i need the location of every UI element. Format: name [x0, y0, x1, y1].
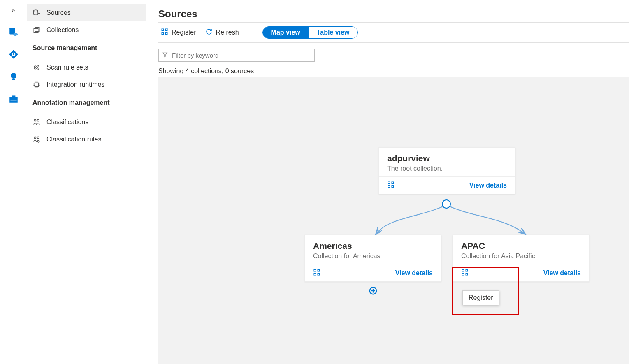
- integration-runtimes-icon: [32, 81, 41, 89]
- sidebar-item-classifications[interactable]: Classifications: [27, 114, 146, 131]
- collections-icon: [32, 26, 41, 34]
- svg-point-20: [37, 137, 39, 139]
- scan-rule-sets-icon: [32, 63, 41, 72]
- collection-card-americas[interactable]: Americas Collection for Americas View de…: [304, 235, 441, 282]
- sources-icon: [32, 9, 41, 17]
- sidebar-item-sources[interactable]: Sources: [27, 4, 146, 21]
- svg-point-6: [11, 73, 16, 79]
- svg-point-18: [37, 119, 39, 121]
- page-title: Sources: [158, 8, 629, 20]
- svg-point-2: [13, 33, 17, 36]
- sidebar-label-scan-rule-sets: Scan rule sets: [46, 64, 88, 71]
- sidebar-item-integration-runtimes[interactable]: Integration runtimes: [27, 76, 146, 93]
- sidebar-item-classification-rules[interactable]: Classification rules: [27, 131, 146, 148]
- filter-icon: [162, 52, 168, 59]
- sidebar-item-scan-rule-sets[interactable]: Scan rule sets: [27, 59, 146, 76]
- toggle-map-view[interactable]: Map view: [263, 27, 309, 38]
- filter-input-wrapper[interactable]: [158, 49, 315, 62]
- sidebar-label-collections: Collections: [46, 26, 79, 34]
- expand-toggle-icon[interactable]: [369, 286, 378, 295]
- refresh-icon: [205, 28, 213, 37]
- svg-rect-32: [318, 269, 320, 271]
- card-register-icon[interactable]: [387, 181, 395, 190]
- data-sources-rail-icon[interactable]: [8, 26, 19, 38]
- register-label: Register: [172, 29, 196, 36]
- filter-input[interactable]: [171, 51, 311, 59]
- main-content: Sources Register Refresh Map view Table …: [146, 0, 629, 364]
- svg-rect-27: [392, 182, 394, 184]
- svg-point-5: [12, 53, 14, 55]
- svg-rect-29: [392, 185, 394, 188]
- collapse-toggle-icon[interactable]: [442, 199, 451, 209]
- classification-rules-icon: [32, 135, 41, 144]
- refresh-label: Refresh: [216, 29, 239, 36]
- svg-rect-25: [165, 32, 167, 35]
- collection-card-root[interactable]: adpurview The root collection. View deta…: [378, 147, 515, 194]
- left-rail: »: [0, 0, 27, 364]
- sidebar-header-annotation-mgmt: Annotation management: [27, 93, 146, 111]
- insights-rail-icon[interactable]: [8, 71, 19, 82]
- view-details-link[interactable]: View details: [469, 182, 507, 189]
- card-title: adpurview: [387, 153, 507, 163]
- svg-rect-33: [314, 273, 316, 275]
- toggle-table-view[interactable]: Table view: [309, 27, 358, 38]
- expand-rail-icon[interactable]: »: [8, 4, 19, 16]
- svg-rect-9: [12, 95, 15, 97]
- view-details-link[interactable]: View details: [543, 269, 581, 277]
- svg-rect-16: [35, 83, 39, 87]
- catalog-rail-icon[interactable]: [8, 49, 19, 60]
- card-register-icon[interactable]: [313, 269, 320, 277]
- sidebar: Sources Collections Source management Sc…: [27, 0, 146, 364]
- svg-point-19: [34, 137, 36, 139]
- register-tooltip: Register: [462, 290, 499, 305]
- svg-rect-13: [35, 27, 39, 32]
- card-title: APAC: [461, 241, 581, 251]
- card-description: The root collection.: [387, 165, 507, 172]
- register-button[interactable]: Register: [161, 28, 196, 37]
- toolbar-divider: [251, 27, 251, 38]
- svg-rect-26: [388, 182, 390, 184]
- sidebar-label-classification-rules: Classification rules: [46, 136, 101, 143]
- svg-point-15: [36, 67, 38, 69]
- sidebar-label-sources: Sources: [46, 9, 71, 16]
- svg-point-21: [37, 140, 39, 142]
- sidebar-label-classifications: Classifications: [46, 118, 88, 126]
- refresh-button[interactable]: Refresh: [205, 28, 239, 37]
- svg-rect-7: [12, 79, 15, 80]
- results-status: Showing 4 collections, 0 sources: [158, 67, 629, 75]
- register-icon: [161, 28, 168, 37]
- connection-lines: [158, 77, 629, 324]
- card-description: Collection for Asia Pacific: [461, 253, 581, 260]
- toolbar: Register Refresh Map view Table view: [158, 22, 629, 43]
- svg-rect-12: [34, 28, 38, 33]
- svg-point-11: [34, 10, 38, 12]
- card-description: Collection for Americas: [313, 253, 433, 260]
- svg-rect-28: [388, 185, 390, 188]
- sidebar-header-source-mgmt: Source management: [27, 39, 146, 56]
- svg-rect-24: [162, 32, 164, 35]
- svg-rect-31: [314, 269, 316, 271]
- view-toggle: Map view Table view: [262, 26, 358, 39]
- sidebar-item-collections[interactable]: Collections: [27, 21, 146, 39]
- management-rail-icon[interactable]: [8, 93, 19, 104]
- sidebar-label-integration-runtimes: Integration runtimes: [46, 81, 104, 88]
- card-title: Americas: [313, 241, 433, 251]
- svg-point-17: [34, 119, 36, 121]
- svg-rect-22: [162, 29, 164, 31]
- map-canvas[interactable]: adpurview The root collection. View deta…: [158, 77, 629, 364]
- tooltip-text: Register: [469, 294, 493, 301]
- svg-point-14: [34, 65, 39, 70]
- classifications-icon: [32, 118, 41, 126]
- view-details-link[interactable]: View details: [395, 269, 433, 277]
- svg-rect-34: [318, 273, 320, 275]
- svg-rect-10: [10, 100, 16, 100]
